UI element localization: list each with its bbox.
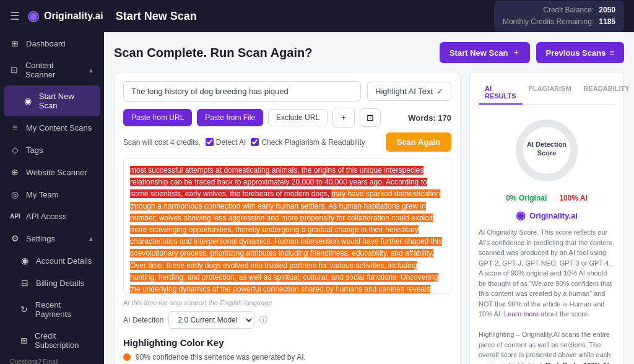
billing-icon: ⊟ xyxy=(20,278,30,288)
result-tabs: AI RESULTS PLAGIARISM READABILITY xyxy=(479,81,615,105)
credits-label: Credit Balance: xyxy=(543,6,594,14)
sidebar-item-label: My Team xyxy=(26,190,59,199)
color-key-label-90: 90% confidence this sentence was generat… xyxy=(136,353,306,362)
paste-file-button[interactable]: Paste from File xyxy=(197,109,263,126)
content-scans-icon: ≡ xyxy=(10,123,20,132)
detect-ai-checkbox[interactable] xyxy=(206,138,214,146)
sidebar-item-label: Recent Payments xyxy=(35,300,94,319)
donut-chart: AI Detection Score xyxy=(510,113,584,188)
score-row: 0% Original 100% AI xyxy=(479,194,615,202)
plus-icon: ＋ xyxy=(512,47,520,58)
info-icon: ⓘ xyxy=(259,314,267,326)
text-input[interactable] xyxy=(123,81,361,102)
score-original: 0% Original xyxy=(506,194,547,202)
dashboard-icon: ⊞ xyxy=(10,38,20,48)
tab-ai-results[interactable]: AI RESULTS xyxy=(479,81,523,105)
color-key-items: 90% confidence this sentence was generat… xyxy=(123,353,451,364)
right-panel: AI RESULTS PLAGIARISM READABILITY AI Det… xyxy=(469,72,624,364)
color-key-title: Highlighting Color Key xyxy=(123,337,451,348)
sidebar-item-start-new-scan[interactable]: ◉ Start New Scan xyxy=(4,85,100,116)
originality-icon: ◉ xyxy=(516,209,526,222)
tab-plagiarism[interactable]: PLAGIARISM xyxy=(523,81,578,105)
words-count: Words: 170 xyxy=(408,113,451,123)
sidebar-item-label: My Content Scans xyxy=(26,123,92,132)
lang-note: At this time we only support the English… xyxy=(123,299,451,306)
text-input-row: Highlight AI Text ✓ xyxy=(123,81,451,102)
sidebar-item-my-content-scans[interactable]: ≡ My Content Scans xyxy=(0,116,104,139)
sidebar: ⊞ Dashboard ⊡ Content Scanner ▲ ◉ Start … xyxy=(0,32,104,364)
sidebar-item-billing-details[interactable]: ⊟ Billing Details xyxy=(0,272,104,294)
team-icon: ◎ xyxy=(10,189,20,199)
learn-more-link[interactable]: Learn more xyxy=(504,310,539,318)
website-scanner-icon: ⊕ xyxy=(10,167,20,177)
list-icon: ≡ xyxy=(609,48,614,58)
scan-actions: Start New Scan ＋ Previous Scans ≡ xyxy=(440,42,624,63)
credits-display: Credit Balance:2050 Monthly Credits Rema… xyxy=(494,1,624,32)
add-icon-button[interactable]: ＋ xyxy=(332,108,355,128)
detect-ai-label[interactable]: Detect AI xyxy=(206,138,246,147)
check-icon: ✓ xyxy=(436,87,443,96)
plagiarism-checkbox[interactable] xyxy=(251,138,259,146)
exclude-url-button[interactable]: Exclude URL xyxy=(268,109,328,126)
content-grid: Highlight AI Text ✓ Paste from URL Paste… xyxy=(114,72,624,364)
sidebar-item-label: Content Scanner xyxy=(25,61,82,79)
ai-detect-row: AI Detection 2.0 Current Model ⓘ xyxy=(123,311,451,329)
svg-text:AI Detection: AI Detection xyxy=(527,141,567,148)
cost-text: Scan will cost 4 credits. xyxy=(123,138,201,147)
support-text: Questions? Email support@originality.ai xyxy=(0,356,104,364)
logo: ◉ Originality.ai xyxy=(27,8,103,24)
scan-again-button[interactable]: Scan Again xyxy=(386,132,451,152)
menu-icon[interactable]: ☰ xyxy=(10,9,20,23)
tags-icon: ◇ xyxy=(10,145,20,155)
brand-label: Originality.ai xyxy=(529,211,578,220)
score-ai: 100% AI xyxy=(559,194,588,202)
paste-url-button[interactable]: Paste from URL xyxy=(123,109,192,126)
sidebar-item-account-details[interactable]: ◉ Account Details xyxy=(0,249,104,272)
ai-detection-label: AI Detection xyxy=(123,316,163,324)
logo-icon: ◉ xyxy=(27,8,39,24)
cost-row: Scan will cost 4 credits. Detect AI Chec… xyxy=(123,132,451,152)
sidebar-item-recent-payments[interactable]: ↻ Recent Payments xyxy=(0,294,104,325)
start-new-scan-button[interactable]: Start New Scan ＋ xyxy=(440,42,530,63)
sidebar-item-label: Settings xyxy=(26,234,55,243)
check-plagiarism-label[interactable]: Check Plagiarism & Readability xyxy=(251,138,365,147)
sidebar-item-tags[interactable]: ◇ Tags xyxy=(0,139,104,161)
originality-badge: ◉ Originality.ai xyxy=(479,209,615,222)
main-content: Scan Complete. Run Scan Again? Start New… xyxy=(104,32,634,364)
sidebar-item-label: Start New Scan xyxy=(39,92,90,110)
start-scan-icon: ◉ xyxy=(24,96,33,106)
logo-text: Originality.ai xyxy=(44,11,103,22)
sidebar-item-label: Account Details xyxy=(36,256,92,266)
highlight-btn[interactable]: Highlight AI Text ✓ xyxy=(367,82,451,101)
settings-icon: ⚙ xyxy=(10,233,20,243)
sidebar-item-api-access[interactable]: API API Access xyxy=(0,206,104,227)
page-title: Start New Scan xyxy=(116,10,487,23)
sidebar-item-dashboard[interactable]: ⊞ Dashboard xyxy=(0,32,104,54)
sidebar-item-settings[interactable]: ⚙ Settings ▲ xyxy=(0,227,104,249)
ai-model-select[interactable]: 2.0 Current Model xyxy=(168,311,254,329)
content-scanner-icon: ⊡ xyxy=(10,65,19,75)
sidebar-item-label: Dashboard xyxy=(26,39,66,48)
sidebar-item-label: Website Scanner xyxy=(26,168,87,177)
sidebar-item-label: Tags xyxy=(26,145,43,155)
sidebar-item-credit-subscription[interactable]: ⊞ Credit Subscription xyxy=(0,325,104,356)
settings-expand-icon: ▲ xyxy=(88,235,94,242)
color-key-item-90: 90% confidence this sentence was generat… xyxy=(123,353,451,362)
sidebar-item-my-team[interactable]: ◎ My Team xyxy=(0,183,104,206)
tab-readability[interactable]: READABILITY xyxy=(578,81,634,105)
color-dot-90 xyxy=(123,353,131,361)
left-panel: Highlight AI Text ✓ Paste from URL Paste… xyxy=(114,72,461,364)
sidebar-item-label: API Access xyxy=(26,212,67,221)
payments-icon: ↻ xyxy=(20,305,29,314)
api-icon: API xyxy=(10,213,20,220)
credits-value: 2050 xyxy=(599,6,615,14)
sidebar-item-content-scanner[interactable]: ⊡ Content Scanner ▲ xyxy=(0,54,104,85)
previous-scans-button[interactable]: Previous Scans ≡ xyxy=(536,42,624,63)
sidebar-item-website-scanner[interactable]: ⊕ Website Scanner xyxy=(0,161,104,183)
monthly-label: Monthly Credits Remaining: xyxy=(503,17,594,26)
credit-icon: ⊞ xyxy=(20,336,28,345)
donut-chart-container: AI Detection Score xyxy=(479,113,615,188)
share-icon-button[interactable]: ⊡ xyxy=(360,108,381,127)
sidebar-item-label: Billing Details xyxy=(36,279,84,288)
topbar: ☰ ◉ Originality.ai Start New Scan Credit… xyxy=(0,0,634,32)
